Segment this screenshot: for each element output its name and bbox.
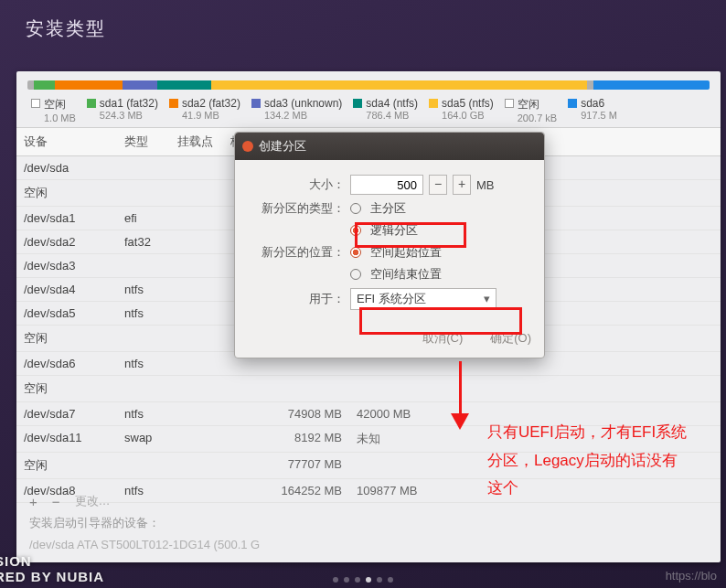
cancel-button[interactable]: 取消(C) — [422, 330, 463, 347]
col-mount: 挂载点 — [170, 128, 223, 155]
radio-primary-label: 主分区 — [370, 200, 406, 217]
dialog-title: 创建分区 — [259, 138, 306, 155]
watermark-url: https://blo — [666, 569, 717, 583]
create-partition-dialog: 创建分区 大小： − + MB 新分区的类型： 主分区 — [234, 132, 545, 358]
size-unit: MB — [476, 178, 495, 192]
table-row[interactable]: 空闲 — [16, 376, 721, 402]
add-partition-button[interactable]: + — [29, 494, 37, 509]
legend-item: 空闲200.7 kB — [499, 95, 562, 125]
annotation-text: 只有UEFI启动，才有EFI系统分区，Legacy启动的话没有这个 — [487, 419, 689, 503]
size-decrement-button[interactable]: − — [429, 175, 447, 195]
col-device: 设备 — [16, 128, 117, 155]
radio-end-label: 空间结束位置 — [370, 266, 442, 283]
radio-begin[interactable] — [350, 247, 361, 258]
legend-item: sda1 (fat32)524.3 MB — [81, 95, 164, 125]
legend-item: sda3 (unknown)134.2 MB — [246, 95, 347, 125]
close-icon[interactable] — [242, 141, 253, 152]
change-partition-button[interactable]: 更改… — [75, 493, 111, 509]
legend-item: sda5 (ntfs)164.0 GB — [423, 95, 499, 125]
page-indicator — [333, 577, 393, 583]
remove-partition-button[interactable]: − — [52, 494, 60, 509]
size-input[interactable] — [350, 175, 423, 195]
size-increment-button[interactable]: + — [453, 175, 471, 195]
use-as-select[interactable]: EFI 系统分区 — [350, 288, 496, 310]
radio-end[interactable] — [350, 269, 361, 280]
annotation-arrow-line — [459, 361, 462, 416]
legend-item: sda2 (fat32)41.9 MB — [164, 95, 246, 125]
legend-item: sda4 (ntfs)786.4 MB — [347, 95, 423, 125]
radio-primary[interactable] — [350, 203, 361, 214]
partition-toolbar: + − 更改… — [29, 493, 111, 509]
ok-button[interactable]: 确定(O) — [490, 330, 531, 347]
annotation-arrow-head-icon — [451, 413, 469, 430]
dialog-titlebar: 创建分区 — [235, 133, 544, 160]
partition-legend: 空闲1.0 MBsda1 (fat32)524.3 MBsda2 (fat32)… — [26, 95, 711, 125]
radio-begin-label: 空间起始位置 — [370, 244, 442, 261]
use-label: 用于： — [244, 291, 345, 307]
radio-logical-label: 逻辑分区 — [370, 222, 418, 239]
size-label: 大小： — [244, 176, 345, 193]
radio-logical[interactable] — [350, 225, 361, 236]
legend-item: 空闲1.0 MB — [26, 95, 81, 125]
page-title: 安装类型 — [0, 0, 726, 50]
location-label: 新分区的位置： — [244, 244, 345, 261]
legend-item: sda6917.5 M — [562, 95, 623, 125]
disk-bar — [27, 80, 710, 90]
type-label: 新分区的类型： — [244, 200, 345, 217]
watermark-nubia: SION RED BY NUBIA — [0, 553, 104, 584]
bootloader-label: 安装启动引导器的设备： — [29, 515, 160, 531]
col-type: 类型 — [117, 128, 170, 155]
bootloader-device-select[interactable]: /dev/sda ATA ST500LT012-1DG14 (500.1 G — [29, 538, 260, 551]
